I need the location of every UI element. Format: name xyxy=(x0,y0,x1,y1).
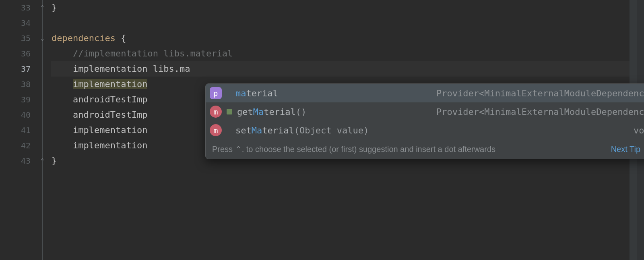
autocomplete-item[interactable]: m setMaterial(Object value) void xyxy=(206,121,644,139)
completion-text: terial xyxy=(262,125,294,135)
method-icon: m xyxy=(210,124,222,136)
code-line xyxy=(51,15,630,31)
line-number: 35 xyxy=(0,31,41,46)
fold-close-icon[interactable]: ⌃ xyxy=(39,157,46,164)
code-line: } xyxy=(51,0,630,15)
completion-prefix: get xyxy=(237,107,253,117)
fold-close-icon[interactable]: ⌃ xyxy=(39,4,46,11)
line-number: 34 xyxy=(0,15,41,31)
line-number: 40 xyxy=(0,107,41,123)
autocomplete-item[interactable]: p material Provider<MinimalExternalModul… xyxy=(206,84,644,102)
code-editor[interactable]: 33 34 35 36 37 38 39 40 41 42 43 ⌃ ⌄ ⌃ }… xyxy=(0,0,644,260)
fold-open-icon[interactable]: ⌄ xyxy=(39,35,46,42)
fold-column: ⌃ ⌄ ⌃ xyxy=(41,0,51,260)
completion-signature: (Object value) xyxy=(294,125,369,135)
read-write-icon xyxy=(226,108,233,115)
completion-text: terial xyxy=(246,88,278,98)
footer-hint: Press ⌃. to choose the selected (or firs… xyxy=(212,144,605,154)
match-text: Ma xyxy=(252,125,262,135)
line-number: 42 xyxy=(0,138,41,153)
code-line: dependencies { xyxy=(51,31,630,46)
line-number: 38 xyxy=(0,77,41,92)
completion-type: Provider<MinimalExternalModuleDependency… xyxy=(436,107,644,117)
match-text: Ma xyxy=(253,107,264,117)
next-tip-link[interactable]: Next Tip xyxy=(611,145,640,154)
completion-text: terial xyxy=(264,107,295,117)
line-number: 33 xyxy=(0,0,41,15)
line-number-gutter: 33 34 35 36 37 38 39 40 41 42 43 xyxy=(0,0,41,260)
code-line-active: implementation libs.ma xyxy=(51,61,630,77)
line-number: 36 xyxy=(0,46,41,61)
autocomplete-footer: Press ⌃. to choose the selected (or firs… xyxy=(206,139,644,159)
line-number: 39 xyxy=(0,92,41,107)
line-number: 37 xyxy=(0,61,41,77)
method-icon: m xyxy=(210,106,222,118)
line-number: 43 xyxy=(0,153,41,168)
line-number: 41 xyxy=(0,123,41,138)
completion-type: void xyxy=(634,125,644,135)
property-icon: p xyxy=(210,87,222,99)
match-text: ma xyxy=(235,88,246,98)
code-area[interactable]: } dependencies { //implementation libs.m… xyxy=(51,0,630,260)
autocomplete-popup: p material Provider<MinimalExternalModul… xyxy=(205,83,644,159)
completion-type: Provider<MinimalExternalModuleDependency… xyxy=(436,88,644,98)
completion-signature: () xyxy=(296,107,307,117)
autocomplete-item[interactable]: m getMaterial() Provider<MinimalExternal… xyxy=(206,102,644,121)
completion-prefix: set xyxy=(235,125,252,135)
code-line: //implementation libs.material xyxy=(51,46,630,61)
